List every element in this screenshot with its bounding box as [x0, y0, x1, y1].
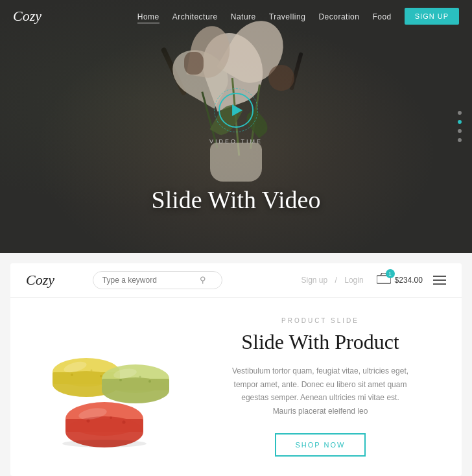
hamburger-line-2	[433, 280, 446, 281]
signup-button[interactable]: SIGN UP	[405, 8, 459, 25]
auth-separator: /	[335, 276, 337, 285]
product-text-area: PRODUCT SLIDE Slide With Product Vestibu…	[179, 317, 436, 457]
slide-dots	[458, 111, 462, 142]
cart-price: $234.00	[395, 276, 423, 285]
header-right: Sign up / Login 1 $234.00	[298, 273, 446, 287]
nav-item-nature[interactable]: Nature	[231, 10, 256, 22]
login-link[interactable]: Login	[344, 276, 363, 285]
play-area: VIDEO TIME	[209, 93, 263, 145]
hero-nav: Cozy Home Architecture Nature Travelling…	[0, 0, 472, 32]
product-title: Slide With Product	[205, 329, 436, 354]
hamburger-line-1	[433, 276, 446, 277]
slide-dot-2[interactable]	[458, 120, 462, 124]
svg-point-22	[62, 440, 147, 447]
search-input[interactable]	[102, 276, 200, 285]
signup-link[interactable]: Sign up	[301, 276, 327, 285]
hamburger-menu[interactable]	[433, 276, 446, 285]
svg-point-19	[87, 420, 90, 423]
cart-icon-wrap: 1	[377, 273, 391, 287]
product-slide-label: PRODUCT SLIDE	[205, 317, 436, 324]
slide-dot-1[interactable]	[458, 111, 462, 115]
search-bar: ⚲	[93, 271, 222, 289]
product-image	[36, 325, 179, 448]
product-logo: Cozy	[26, 272, 54, 289]
svg-point-15	[100, 375, 102, 377]
svg-point-14	[91, 370, 93, 372]
hero-title: Slide With Video	[152, 185, 321, 214]
cart-badge: 1	[386, 269, 395, 278]
nav-item-home[interactable]: Home	[137, 10, 159, 22]
svg-point-18	[148, 380, 151, 383]
nav-item-architecture[interactable]: Architecture	[172, 10, 218, 22]
nav-item-food[interactable]: Food	[372, 10, 391, 22]
slide-dot-4[interactable]	[458, 138, 462, 142]
hero-section: Cozy Home Architecture Nature Travelling…	[0, 0, 472, 253]
svg-point-20	[110, 416, 112, 419]
nav-item-travelling[interactable]: Travelling	[269, 10, 306, 22]
shop-now-button[interactable]: SHOP NOW	[275, 433, 366, 457]
play-button[interactable]	[218, 93, 254, 128]
macarons-svg	[40, 328, 176, 448]
nav-links: Home Architecture Nature Travelling Deco…	[137, 10, 392, 22]
product-card: Cozy ⚲ Sign up / Login	[10, 263, 462, 476]
auth-links: Sign up / Login	[298, 276, 366, 285]
product-content: PRODUCT SLIDE Slide With Product Vestibu…	[10, 298, 462, 476]
video-label: VIDEO TIME	[209, 138, 263, 145]
product-header: Cozy ⚲ Sign up / Login	[10, 263, 462, 298]
svg-point-17	[139, 376, 141, 378]
svg-point-16	[119, 379, 122, 381]
svg-point-21	[123, 421, 126, 424]
product-description: Vestibulum tortor quam, feugiat vitae, u…	[230, 364, 411, 418]
hamburger-line-3	[433, 283, 446, 285]
hero-logo: Cozy	[13, 8, 41, 25]
cart-area[interactable]: 1 $234.00	[377, 273, 423, 287]
svg-point-6	[102, 377, 169, 403]
search-icon[interactable]: ⚲	[200, 275, 206, 285]
play-icon	[232, 104, 242, 116]
product-section: Cozy ⚲ Sign up / Login	[0, 253, 472, 476]
slide-dot-3[interactable]	[458, 129, 462, 133]
nav-item-decoration[interactable]: Decoration	[318, 10, 359, 22]
svg-point-13	[71, 374, 73, 376]
